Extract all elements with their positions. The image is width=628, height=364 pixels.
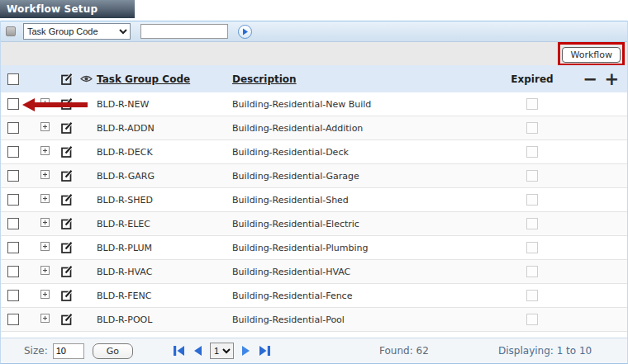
table-row: BLD-R-FENC Building-Residential-Fence <box>1 284 627 308</box>
edit-row-icon[interactable] <box>55 217 78 230</box>
table-row: BLD-R-POOL Building-Residential-Pool <box>1 308 627 332</box>
task-group-code-cell: BLD-R-SHED <box>93 195 224 206</box>
table-body: BLD-R-NEW Building-Residential-New Build… <box>1 92 627 338</box>
expand-row-icon[interactable] <box>40 218 50 227</box>
task-group-code-cell: BLD-R-ADDN <box>93 123 224 134</box>
page-select[interactable]: 1 <box>210 343 234 359</box>
description-cell: Building-Residential-HVAC <box>224 267 487 277</box>
table-header: Task Group Code Description Expired − + <box>1 65 627 92</box>
edit-row-icon[interactable] <box>55 193 78 206</box>
eye-icon[interactable] <box>78 74 93 83</box>
select-all-checkbox[interactable] <box>7 73 19 85</box>
column-header-description[interactable]: Description <box>224 73 487 85</box>
row-checkbox[interactable] <box>7 98 19 110</box>
row-checkbox[interactable] <box>7 146 19 158</box>
row-checkbox[interactable] <box>7 314 19 325</box>
task-group-code-cell: BLD-R-HVAC <box>93 267 224 277</box>
previous-page-icon[interactable] <box>193 345 202 357</box>
search-input[interactable] <box>140 24 228 39</box>
task-group-code-cell: BLD-R-NEW <box>93 99 224 110</box>
found-label: Found: <box>379 345 413 357</box>
expired-checkbox <box>526 266 538 277</box>
column-header-task-group-code[interactable]: Task Group Code <box>93 73 224 85</box>
last-page-icon[interactable] <box>259 345 271 357</box>
page-title: Workflow Setup <box>0 0 135 18</box>
search-go-icon[interactable] <box>238 25 252 39</box>
task-group-code-cell: BLD-R-ELEC <box>93 219 224 229</box>
expand-row-icon[interactable] <box>40 242 50 251</box>
table-row: BLD-R-ELEC Building-Residential-Electric <box>1 212 627 236</box>
expired-checkbox <box>526 242 538 253</box>
expired-checkbox <box>526 290 538 301</box>
row-checkbox[interactable] <box>7 218 19 229</box>
table-footer: Size: Go 1 <box>1 338 627 363</box>
task-group-code-cell: BLD-R-FENC <box>93 291 224 301</box>
size-input[interactable] <box>53 343 84 359</box>
edit-row-icon[interactable] <box>55 169 78 182</box>
expand-all-icon[interactable]: + <box>604 69 619 89</box>
collapse-all-icon[interactable]: − <box>583 69 598 89</box>
expired-checkbox <box>526 194 538 206</box>
expand-row-icon[interactable] <box>40 170 50 179</box>
row-checkbox[interactable] <box>7 242 19 253</box>
table-row: BLD-R-PLUM Building-Residential-Plumbing <box>1 236 627 260</box>
edit-row-icon[interactable] <box>55 313 78 326</box>
description-cell: Building-Residential-Pool <box>224 314 487 325</box>
expand-row-icon[interactable] <box>40 266 50 275</box>
main-panel: Task Group Code Workflow <box>0 21 628 364</box>
search-toolbar: Task Group Code <box>1 21 627 42</box>
edit-row-icon[interactable] <box>55 121 78 135</box>
workflow-setup-window: Workflow Setup Task Group Code Workflow <box>0 0 628 364</box>
next-page-icon[interactable] <box>241 345 251 357</box>
description-cell: Building-Residential-Plumbing <box>224 243 487 253</box>
expand-row-icon[interactable] <box>40 98 50 107</box>
annotation-highlight-box: Workflow <box>558 42 625 66</box>
expand-row-icon[interactable] <box>40 146 50 155</box>
row-checkbox[interactable] <box>7 194 19 206</box>
expand-row-icon[interactable] <box>40 314 50 323</box>
description-cell: Building-Residential-Electric <box>224 219 487 229</box>
expired-checkbox <box>526 146 538 158</box>
table-row: BLD-R-DECK Building-Residential-Deck <box>1 140 627 164</box>
task-group-code-cell: BLD-R-DECK <box>93 147 224 158</box>
description-cell: Building-Residential-Deck <box>224 147 487 158</box>
table-row: BLD-R-GARG Building-Residential-Garage <box>1 164 627 188</box>
description-cell: Building-Residential-New Build <box>224 99 487 110</box>
edit-row-icon[interactable] <box>55 241 78 254</box>
task-group-code-cell: BLD-R-PLUM <box>93 243 224 253</box>
workflow-button[interactable]: Workflow <box>562 47 621 63</box>
size-label: Size: <box>24 345 48 357</box>
description-cell: Building-Residential-Shed <box>224 195 487 206</box>
description-cell: Building-Residential-Garage <box>224 171 487 182</box>
action-strip: Workflow <box>1 42 627 65</box>
row-checkbox[interactable] <box>7 290 19 301</box>
expired-checkbox <box>526 218 538 229</box>
task-group-code-cell: BLD-R-GARG <box>93 171 224 182</box>
expand-row-icon[interactable] <box>40 122 50 131</box>
row-checkbox[interactable] <box>7 266 19 277</box>
table-row: BLD-R-HVAC Building-Residential-HVAC <box>1 260 627 284</box>
expand-search-icon[interactable] <box>6 26 16 36</box>
expired-checkbox <box>526 314 538 325</box>
edit-row-icon[interactable] <box>55 97 78 111</box>
task-group-code-cell: BLD-R-POOL <box>93 314 224 325</box>
row-checkbox[interactable] <box>7 122 19 134</box>
expired-checkbox <box>526 170 538 182</box>
table-row: BLD-R-SHED Building-Residential-Shed <box>1 188 627 212</box>
column-header-expired: Expired <box>487 73 578 85</box>
displaying-label: Displaying: <box>498 345 554 357</box>
edit-icon[interactable] <box>55 73 78 86</box>
expand-row-icon[interactable] <box>40 194 50 203</box>
expand-row-icon[interactable] <box>40 290 50 299</box>
edit-row-icon[interactable] <box>55 265 78 278</box>
found-value: 62 <box>416 345 429 357</box>
table-row: BLD-R-ADDN Building-Residential-Addition <box>1 116 627 140</box>
filter-field-select[interactable]: Task Group Code <box>23 23 131 40</box>
edit-row-icon[interactable] <box>55 289 78 302</box>
first-page-icon[interactable] <box>173 345 185 357</box>
description-cell: Building-Residential-Addition <box>224 123 487 134</box>
row-checkbox[interactable] <box>7 170 19 182</box>
displaying-value: 1 to 10 <box>557 345 592 357</box>
edit-row-icon[interactable] <box>55 145 78 158</box>
go-button[interactable]: Go <box>93 343 133 359</box>
